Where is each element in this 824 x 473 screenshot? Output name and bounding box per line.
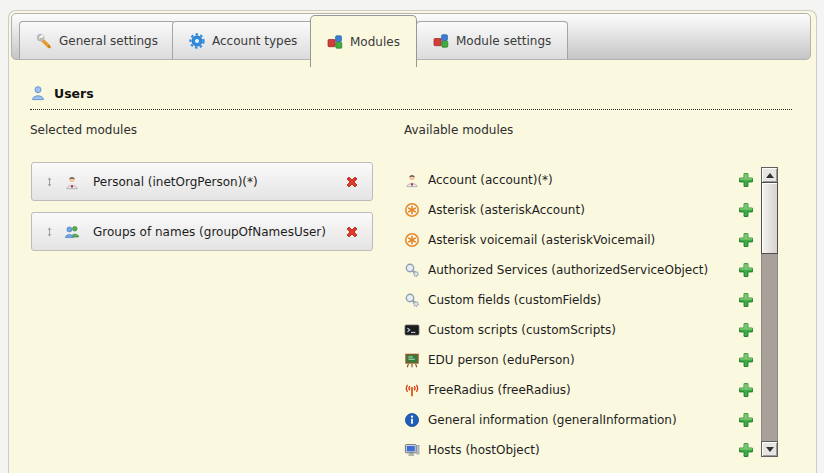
- available-module-row: FreeRadius (freeRadius): [404, 375, 754, 405]
- add-module-button[interactable]: [738, 352, 754, 368]
- add-module-button[interactable]: [738, 202, 754, 218]
- scrollbar-thumb[interactable]: [761, 182, 778, 254]
- module-name: Custom fields (customFields): [428, 293, 730, 307]
- module-name: Asterisk voicemail (asteriskVoicemail): [428, 233, 730, 247]
- tab-general-settings[interactable]: General settings: [19, 21, 175, 59]
- available-module-row: EDU person (eduPerson): [404, 345, 754, 375]
- gear-icon: [189, 33, 205, 49]
- plus-icon: [738, 442, 754, 458]
- tab-module-settings[interactable]: Module settings: [416, 21, 568, 59]
- module-name: Account (account)(*): [428, 173, 730, 187]
- available-module-row: Custom scripts (customScripts): [404, 315, 754, 345]
- tab-label: Modules: [350, 35, 400, 49]
- available-module-row: General information (generalInformation): [404, 405, 754, 435]
- arrow-down-icon: [766, 447, 774, 452]
- tab-bar: General settingsAccount typesModulesModu…: [11, 13, 811, 60]
- selected-module-item[interactable]: Groups of names (groupOfNamesUser): [31, 212, 373, 251]
- module-name: Authorized Services (authorizedServiceOb…: [428, 263, 730, 277]
- available-module-row: Hosts (hostObject): [404, 435, 754, 465]
- available-modules-scrollbar[interactable]: [761, 167, 778, 457]
- person-icon: [404, 172, 420, 188]
- blackboard-icon: [404, 352, 420, 368]
- tab-label: Account types: [212, 34, 297, 48]
- info-icon: [404, 412, 420, 428]
- magnifier-gear-icon: [404, 292, 420, 308]
- selected-module-item[interactable]: Personal (inetOrgPerson)(*): [31, 162, 373, 201]
- module-name: Hosts (hostObject): [428, 443, 730, 457]
- section-title: Users: [54, 86, 94, 101]
- arrow-up-icon: [766, 173, 774, 178]
- plus-icon: [738, 412, 754, 428]
- module-name: Asterisk (asteriskAccount): [428, 203, 730, 217]
- tab-label: General settings: [59, 34, 158, 48]
- remove-module-button[interactable]: [344, 224, 360, 240]
- add-module-button[interactable]: [738, 322, 754, 338]
- asterisk-icon: [404, 232, 420, 248]
- add-module-button[interactable]: [738, 412, 754, 428]
- remove-module-button[interactable]: [344, 174, 360, 190]
- module-name: EDU person (eduPerson): [428, 353, 730, 367]
- module-name: General information (generalInformation): [428, 413, 730, 427]
- asterisk-icon: [404, 202, 420, 218]
- magnifier-gear-icon: [404, 262, 420, 278]
- plus-icon: [738, 292, 754, 308]
- available-module-row: Account (account)(*): [404, 165, 754, 195]
- available-modules-list: Account (account)(*)Asterisk (asteriskAc…: [404, 165, 754, 465]
- add-module-button[interactable]: [738, 172, 754, 188]
- available-modules-label: Available modules: [404, 123, 513, 137]
- plus-icon: [738, 262, 754, 278]
- module-name: FreeRadius (freeRadius): [428, 383, 730, 397]
- plus-icon: [738, 352, 754, 368]
- tab-modules[interactable]: Modules: [310, 15, 417, 67]
- add-module-button[interactable]: [738, 292, 754, 308]
- user-icon: [30, 85, 46, 101]
- module-name: Personal (inetOrgPerson)(*): [89, 175, 335, 189]
- tab-account-types[interactable]: Account types: [172, 21, 314, 59]
- plus-icon: [738, 202, 754, 218]
- modules-icon: [433, 33, 449, 49]
- add-module-button[interactable]: [738, 232, 754, 248]
- modules-tab-panel: Users Selected modules Available modules…: [9, 11, 816, 473]
- antenna-icon: [404, 382, 420, 398]
- scrollbar-down-button[interactable]: [761, 441, 778, 457]
- available-module-row: Asterisk voicemail (asteriskVoicemail): [404, 225, 754, 255]
- selected-modules-list: Personal (inetOrgPerson)(*)Groups of nam…: [31, 162, 373, 262]
- drag-handle-icon[interactable]: [44, 175, 55, 189]
- scrollbar-up-button[interactable]: [761, 167, 778, 183]
- wrench-icon: [36, 33, 52, 49]
- available-module-row: Authorized Services (authorizedServiceOb…: [404, 255, 754, 285]
- drag-handle-icon[interactable]: [44, 225, 55, 239]
- section-header-users: Users: [30, 85, 792, 110]
- tab-label: Module settings: [456, 34, 551, 48]
- modules-icon: [327, 34, 343, 50]
- configuration-window: Users Selected modules Available modules…: [8, 10, 817, 473]
- plus-icon: [738, 172, 754, 188]
- add-module-button[interactable]: [738, 262, 754, 278]
- selected-modules-label: Selected modules: [30, 123, 137, 137]
- delete-icon: [344, 174, 360, 190]
- available-module-row: Asterisk (asteriskAccount): [404, 195, 754, 225]
- add-module-button[interactable]: [738, 382, 754, 398]
- plus-icon: [738, 382, 754, 398]
- person-icon: [64, 174, 80, 190]
- terminal-icon: [404, 322, 420, 338]
- module-name: Custom scripts (customScripts): [428, 323, 730, 337]
- plus-icon: [738, 322, 754, 338]
- monitor-icon: [404, 442, 420, 458]
- delete-icon: [344, 224, 360, 240]
- available-module-row: Custom fields (customFields): [404, 285, 754, 315]
- group-icon: [64, 224, 80, 240]
- plus-icon: [738, 232, 754, 248]
- add-module-button[interactable]: [738, 442, 754, 458]
- module-name: Groups of names (groupOfNamesUser): [89, 225, 335, 239]
